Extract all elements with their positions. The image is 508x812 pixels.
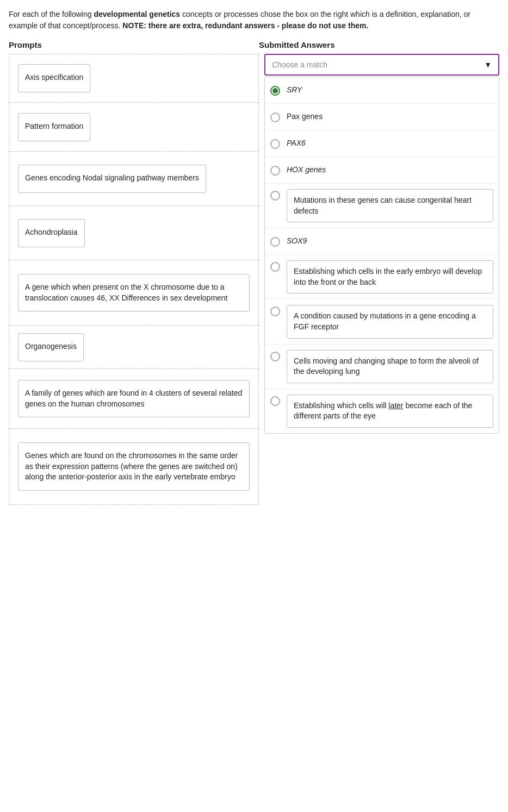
answer-item-pax6[interactable]: PAX6 [265,130,499,157]
answer-item-hox-genes[interactable]: HOX genes [265,157,499,184]
prompt-card-colinear: Genes which are found on the chromosomes… [18,442,250,491]
radio-alveoli[interactable] [270,352,280,361]
radio-sry[interactable] [270,86,280,96]
answer-item-congenital[interactable]: Mutations in these genes can cause conge… [265,184,499,228]
answer-item-eye-parts[interactable]: Establishing which cells will later beco… [265,389,499,433]
prompt-card-achondroplasia: Achondroplasia [18,219,85,247]
prompt-row-hox-family: A family of genes which are found in 4 c… [9,369,259,429]
prompt-row-axis-spec: Axis specification [9,54,259,103]
answer-item-pax-genes[interactable]: Pax genes [265,104,499,130]
radio-hox-genes[interactable] [270,166,280,176]
prompt-row-x-chrom: A gene which when present on the X chrom… [9,260,259,326]
prompt-card-axis-spec: Axis specification [18,64,90,92]
prompt-row-colinear: Genes which are found on the chromosomes… [9,429,259,505]
prompt-card-x-chrom: A gene which when present on the X chrom… [18,274,250,311]
radio-eye-parts[interactable] [270,396,280,406]
prompt-row-achondroplasia: Achondroplasia [9,206,259,260]
prompt-row-nodal: Genes encoding Nodal signaling pathway m… [9,152,259,206]
answer-item-alveoli[interactable]: Cells moving and changing shape to form … [265,345,499,389]
answer-text-hox-genes: HOX genes [287,165,326,176]
prompt-card-nodal: Genes encoding Nodal signaling pathway m… [18,165,206,193]
prompt-row-pattern-form: Pattern formation [9,103,259,152]
answer-card-front-back: Establishing which cells in the early em… [287,260,493,293]
answer-card-fgf: A condition caused by mutations in a gen… [287,305,493,338]
answer-card-alveoli: Cells moving and changing shape to form … [287,350,493,383]
dropdown-arrow-icon: ▼ [484,60,492,69]
answer-text-sry: SRY [287,85,302,96]
choose-match-dropdown[interactable]: Choose a match ▼ [264,54,499,76]
answer-text-pax6: PAX6 [287,138,306,149]
radio-pax6[interactable] [270,139,280,149]
radio-pax-genes[interactable] [270,113,280,122]
answer-card-eye-parts: Establishing which cells will later beco… [287,395,493,428]
answer-card-congenital: Mutations in these genes can cause conge… [287,189,493,222]
radio-congenital[interactable] [270,191,280,201]
intro-text: For each of the following developmental … [9,9,499,32]
answer-item-sry[interactable]: SRY [265,77,499,104]
answers-header: Submitted Answers [259,40,499,49]
prompt-row-organogenesis: Organogenesis [9,326,259,369]
prompts-header: Prompts [9,40,259,49]
answer-item-fgf[interactable]: A condition caused by mutations in a gen… [265,299,499,344]
prompt-card-organogenesis: Organogenesis [18,333,84,361]
answer-text-pax-genes: Pax genes [287,111,323,122]
answer-item-sox9[interactable]: SOX9 [265,228,499,255]
prompt-card-pattern-form: Pattern formation [18,113,90,141]
radio-fgf[interactable] [270,307,280,316]
prompt-card-hox-family: A family of genes which are found in 4 c… [18,380,250,417]
radio-sox9[interactable] [270,237,280,247]
answer-item-front-back[interactable]: Establishing which cells in the early em… [265,255,499,299]
answer-list: SRY Pax genes PAX6 HOX genes Muta [264,77,499,434]
choose-match-label: Choose a match [272,60,327,69]
answer-text-sox9: SOX9 [287,236,307,247]
radio-front-back[interactable] [270,262,280,272]
